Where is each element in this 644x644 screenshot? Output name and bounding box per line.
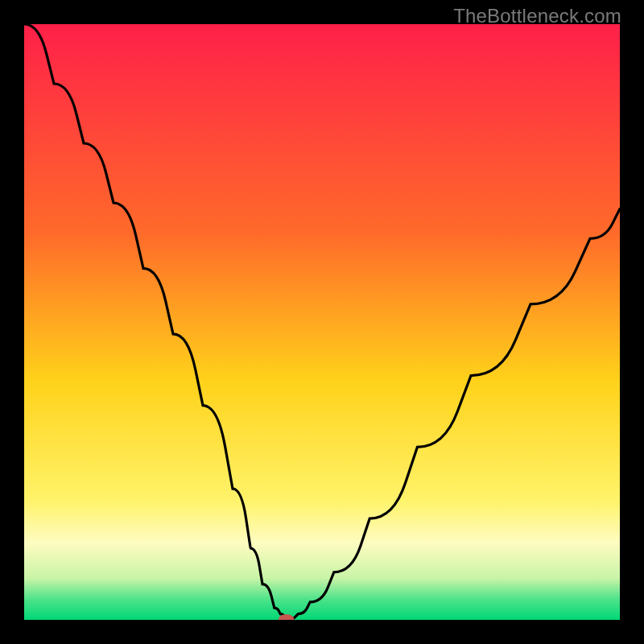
outer-frame: TheBottleneck.com: [0, 0, 644, 644]
bottleneck-chart: [24, 24, 620, 620]
gradient-backdrop: [24, 24, 620, 620]
